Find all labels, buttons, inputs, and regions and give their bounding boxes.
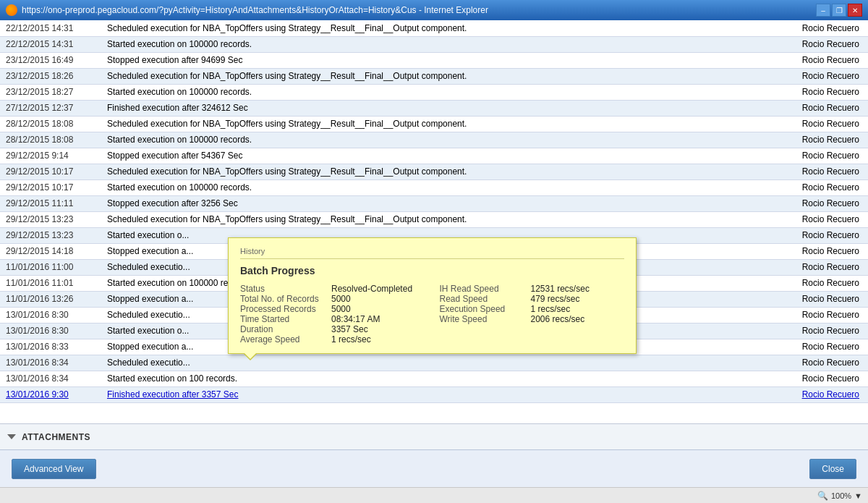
row-user: Rocio Recuero — [781, 36, 868, 52]
row-description: Stopped execution after 54367 Sec — [101, 148, 781, 164]
title-bar-controls: – ❐ ✕ — [816, 4, 862, 17]
bottom-bar: Advanced View Close — [0, 449, 868, 487]
attachments-bar[interactable]: ATTACHMENTS — [0, 423, 868, 449]
tooltip-total-row: Total No. of Records 5000 — [240, 294, 425, 304]
table-row: 13/01/2016 8:34Started execution on 100 … — [0, 371, 868, 386]
main-content: 22/12/2015 14:31Scheduled execution for … — [0, 20, 868, 487]
write-speed-value: 2006 recs/sec — [531, 314, 585, 324]
row-date: 13/01/2016 8:30 — [0, 323, 101, 339]
table-row: 29/12/2015 10:17Scheduled execution for … — [0, 164, 868, 179]
total-records-value: 5000 — [331, 294, 351, 304]
row-date: 13/01/2016 8:34 — [0, 371, 101, 386]
read-speed-label: Read Speed — [440, 294, 527, 304]
tooltip-status-row: Status Resolved-Completed — [240, 284, 425, 294]
row-date: 29/12/2015 10:17 — [0, 179, 101, 195]
row-date: 23/12/2015 18:26 — [0, 68, 101, 84]
table-row: 13/01/2016 8:34Scheduled executio...Roci… — [0, 355, 868, 371]
zoom-control[interactable]: 🔍 100% ▼ — [817, 491, 862, 501]
table-row: 29/12/2015 10:17Started execution on 100… — [0, 179, 868, 195]
row-date: 13/01/2016 9:30 — [0, 386, 101, 402]
row-description: Started execution on 100000 records. — [101, 36, 781, 52]
advanced-view-button[interactable]: Advanced View — [12, 459, 96, 479]
table-row: 29/12/2015 11:11Stopped execution after … — [0, 195, 868, 211]
execution-speed-value: 1 recs/sec — [531, 304, 571, 314]
row-description: Scheduled execution for NBA_TopOffers us… — [101, 211, 781, 227]
row-date: 29/12/2015 9:14 — [0, 148, 101, 164]
table-row: 29/12/2015 9:14Stopped execution after 5… — [0, 148, 868, 164]
tooltip-ih-read-row: IH Read Speed 12531 recs/sec — [440, 284, 625, 294]
row-description: Scheduled execution for NBA_TopOffers us… — [101, 164, 781, 179]
close-window-button[interactable]: ✕ — [848, 4, 862, 17]
row-description: Started execution on 100000 records. — [101, 179, 781, 195]
status-label: Status — [240, 284, 327, 294]
tooltip-read-speed-row: Read Speed 479 recs/sec — [440, 294, 625, 304]
row-user: Rocio Recuero — [781, 164, 868, 179]
ih-read-speed-value: 12531 recs/sec — [531, 284, 590, 294]
row-user: Rocio Recuero — [781, 195, 868, 211]
row-user: Rocio Recuero — [781, 211, 868, 227]
row-date: 11/01/2016 13:26 — [0, 291, 101, 307]
ih-read-speed-label: IH Read Speed — [440, 284, 527, 294]
row-user: Rocio Recuero — [781, 132, 868, 148]
row-user: Rocio Recuero — [781, 116, 868, 132]
table-row: 23/12/2015 18:27Started execution on 100… — [0, 84, 868, 100]
row-user: Rocio Recuero — [781, 371, 868, 386]
tooltip-left-col: Status Resolved-Completed Total No. of R… — [240, 284, 425, 345]
average-speed-value: 1 recs/sec — [331, 334, 371, 345]
row-user: Rocio Recuero — [781, 243, 868, 259]
duration-label: Duration — [240, 324, 327, 334]
row-description: Started execution on 100000 records. — [101, 84, 781, 100]
close-button[interactable]: Close — [809, 459, 856, 479]
row-description: Started execution on 100000 records. — [101, 132, 781, 148]
zoom-dropdown-icon[interactable]: ▼ — [854, 491, 862, 500]
tooltip-exec-speed-row: Execution Speed 1 recs/sec — [440, 304, 625, 314]
row-date: 13/01/2016 8:34 — [0, 355, 101, 371]
row-description: Scheduled execution for NBA_TopOffers us… — [101, 116, 781, 132]
row-date: 29/12/2015 10:17 — [0, 164, 101, 179]
row-user: Rocio Recuero — [781, 100, 868, 116]
row-date: 22/12/2015 14:31 — [0, 20, 101, 36]
table-row: 29/12/2015 13:23Scheduled execution for … — [0, 211, 868, 227]
table-row: 23/12/2015 16:49Stopped execution after … — [0, 52, 868, 68]
row-user: Rocio Recuero — [781, 20, 868, 36]
restore-button[interactable]: ❐ — [832, 4, 846, 17]
row-date: 11/01/2016 11:01 — [0, 275, 101, 291]
table-row[interactable]: 13/01/2016 9:30Finished execution after … — [0, 386, 868, 402]
table-row: 22/12/2015 14:31Started execution on 100… — [0, 36, 868, 52]
row-description: Stopped execution after 3256 Sec — [101, 195, 781, 211]
status-bar: 🔍 100% ▼ — [0, 487, 868, 503]
row-user: Rocio Recuero — [781, 84, 868, 100]
row-description: Finished execution after 324612 Sec — [101, 100, 781, 116]
processed-records-label: Processed Records — [240, 304, 327, 314]
row-date: 23/12/2015 16:49 — [0, 52, 101, 68]
row-date: 28/12/2015 18:08 — [0, 132, 101, 148]
row-date: 29/12/2015 13:23 — [0, 227, 101, 243]
tooltip-duration-row: Duration 3357 Sec — [240, 324, 425, 334]
row-user: Rocio Recuero — [781, 323, 868, 339]
row-date: 28/12/2015 18:08 — [0, 116, 101, 132]
attachments-toggle-icon[interactable] — [7, 434, 16, 439]
row-date: 22/12/2015 14:31 — [0, 36, 101, 52]
row-date: 29/12/2015 14:18 — [0, 243, 101, 259]
row-description: Scheduled execution for NBA_TopOffers us… — [101, 68, 781, 84]
table-row: 23/12/2015 18:26Scheduled execution for … — [0, 68, 868, 84]
row-description: Started execution on 100 records. — [101, 371, 781, 386]
table-scroll-inner[interactable]: 22/12/2015 14:31Scheduled execution for … — [0, 20, 868, 423]
table-scroll-wrapper: 22/12/2015 14:31Scheduled execution for … — [0, 20, 868, 423]
status-value: Resolved-Completed — [331, 284, 412, 294]
row-user: Rocio Recuero — [781, 148, 868, 164]
row-user: Rocio Recuero — [781, 355, 868, 371]
zoom-level: 100% — [831, 491, 851, 500]
row-date: 29/12/2015 13:23 — [0, 211, 101, 227]
row-user: Rocio Recuero — [781, 68, 868, 84]
tooltip-right-col: IH Read Speed 12531 recs/sec Read Speed … — [440, 284, 625, 345]
title-bar-title: https://ono-preprod.pegacloud.com/?pyAct… — [22, 5, 488, 15]
minimize-button[interactable]: – — [816, 4, 830, 17]
row-description: Stopped execution after 94699 Sec — [101, 52, 781, 68]
row-user: Rocio Recuero — [781, 179, 868, 195]
tooltip-time-row: Time Started 08:34:17 AM — [240, 314, 425, 324]
tooltip-grid: Status Resolved-Completed Total No. of R… — [240, 284, 624, 345]
write-speed-label: Write Speed — [440, 314, 527, 324]
row-date: 27/12/2015 12:37 — [0, 100, 101, 116]
average-speed-label: Average Speed — [240, 334, 327, 345]
